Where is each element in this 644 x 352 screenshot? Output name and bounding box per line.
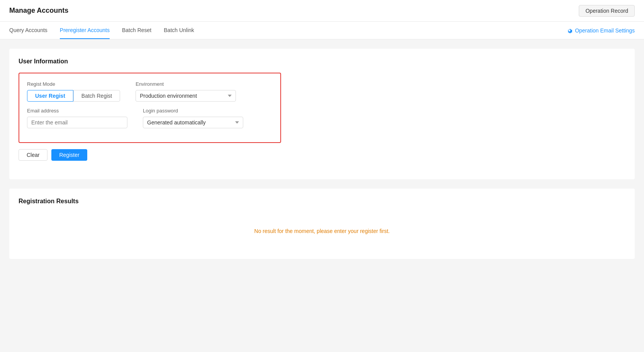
regist-mode-group: Regist Mode User Regist Batch Regist (27, 81, 120, 102)
register-button[interactable]: Register (51, 149, 87, 161)
tab-query-accounts[interactable]: Query Accounts (9, 22, 47, 39)
operation-email-settings-link[interactable]: Operation Email Settings (566, 27, 635, 34)
batch-regist-button[interactable]: Batch Regist (73, 90, 120, 102)
operation-email-settings-label: Operation Email Settings (575, 27, 635, 34)
regist-mode-buttons: User Regist Batch Regist (27, 90, 120, 102)
nav-tabs: Query Accounts Preregister Accounts Batc… (9, 22, 194, 39)
environment-group: Environment Production environment Test … (136, 81, 236, 102)
action-row: Clear Register (19, 149, 625, 161)
email-input[interactable] (27, 117, 127, 128)
email-group: Email address (27, 108, 127, 128)
password-select[interactable]: Generated automatically Set manually (143, 117, 243, 128)
tab-batch-reset[interactable]: Batch Reset (122, 22, 151, 39)
registration-results-section: Registration Results No result for the m… (9, 189, 635, 259)
registration-results-title: Registration Results (19, 198, 625, 205)
password-group: Login password Generated automatically S… (143, 108, 243, 128)
regist-mode-label: Regist Mode (27, 81, 120, 87)
main-content: User Information Regist Mode User Regist… (0, 39, 644, 352)
environment-label: Environment (136, 81, 236, 87)
page-header: Manage Accounts Operation Record (0, 0, 644, 22)
environment-select[interactable]: Production environment Test environment … (136, 90, 236, 102)
operation-record-button[interactable]: Operation Record (579, 5, 635, 17)
form-row-2: Email address Login password Generated a… (27, 108, 273, 128)
nav-bar: Query Accounts Preregister Accounts Batc… (0, 22, 644, 39)
user-information-section: User Information Regist Mode User Regist… (9, 49, 635, 179)
clear-button[interactable]: Clear (19, 149, 47, 161)
email-label: Email address (27, 108, 127, 114)
page-title: Manage Accounts (9, 7, 68, 15)
no-result-message: No result for the moment, please enter y… (19, 213, 625, 250)
form-box: Regist Mode User Regist Batch Regist Env… (19, 73, 281, 143)
tab-preregister-accounts[interactable]: Preregister Accounts (60, 22, 110, 39)
user-information-title: User Information (19, 58, 625, 65)
gear-icon (566, 27, 573, 34)
password-label: Login password (143, 108, 243, 114)
form-row-1: Regist Mode User Regist Batch Regist Env… (27, 81, 273, 102)
user-regist-button[interactable]: User Regist (27, 90, 73, 102)
tab-batch-unlink[interactable]: Batch Unlink (164, 22, 194, 39)
